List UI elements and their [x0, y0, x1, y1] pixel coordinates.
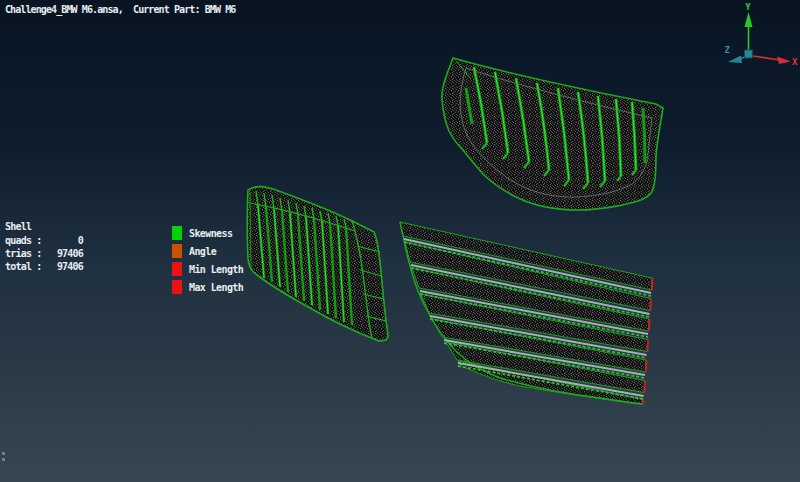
legend-item-label: Min Length [189, 264, 243, 275]
legend-swatch-color [172, 262, 182, 276]
axis-x-line [753, 56, 780, 60]
quality-criteria-legend: Skewness Angle Min Length Max Length [172, 226, 243, 298]
axis-origin-cube [745, 50, 753, 58]
legend-item-label: Skewness [189, 228, 232, 239]
ui-speck [2, 452, 5, 455]
legend-swatch-color [172, 244, 182, 258]
legend-item-angle[interactable]: Angle [172, 244, 243, 258]
legend-item-max-length[interactable]: Max Length [172, 280, 243, 294]
ansa-application-window: Y X Z Challenge4_BMW M6.ansa, Current Pa… [0, 0, 800, 482]
axis-z-label: Z [725, 45, 731, 55]
axis-x-label: X [792, 57, 798, 67]
axis-x-arrowhead [777, 57, 791, 65]
stats-row-value: 97406 [51, 248, 83, 261]
legend-swatch [172, 244, 182, 258]
legend-item-label: Max Length [189, 282, 243, 293]
stats-row-quads: quads : 0 [5, 235, 83, 248]
stats-row-total: total : 97406 [5, 261, 83, 274]
stats-row-trias: trias : 97406 [5, 248, 83, 261]
mesh-part-left-ribbed-shell[interactable] [247, 187, 388, 341]
stats-group-label: Shell [5, 221, 83, 235]
axis-triad[interactable]: Y X Z [725, 2, 798, 67]
axis-z-arrowhead [728, 56, 742, 64]
ui-speck [2, 458, 5, 461]
shell-stats: Shell quads : 0 trias : 97406 total : 97… [5, 221, 83, 274]
legend-swatch-color [172, 226, 182, 240]
axis-y-label: Y [745, 2, 751, 12]
stats-row-label: total : [5, 261, 51, 274]
legend-swatch-color [172, 280, 182, 294]
legend-swatch [172, 280, 182, 294]
legend-item-label: Angle [189, 246, 216, 257]
stats-row-value: 0 [51, 235, 83, 248]
stats-row-label: quads : [5, 235, 51, 248]
legend-item-min-length[interactable]: Min Length [172, 262, 243, 276]
legend-swatch [172, 226, 182, 240]
legend-item-skewness[interactable]: Skewness [172, 226, 243, 240]
axis-y-arrowhead [745, 12, 753, 27]
legend-swatch [172, 262, 182, 276]
mesh-face [442, 58, 663, 210]
viewport-3d[interactable]: Y X Z [0, 0, 800, 482]
stats-row-label: trias : [5, 248, 51, 261]
mesh-part-upper-shell[interactable] [442, 58, 663, 210]
stats-row-value: 97406 [51, 261, 83, 274]
window-title: Challenge4_BMW M6.ansa, Current Part: BM… [5, 4, 235, 15]
mesh-part-louver-panel[interactable] [400, 222, 653, 405]
